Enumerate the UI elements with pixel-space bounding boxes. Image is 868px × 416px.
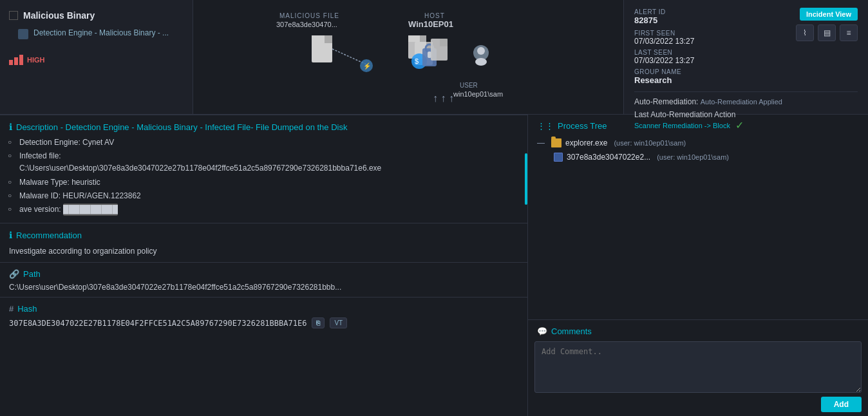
alert-action-icons: ⌇ ▤ ≡ [796,24,858,41]
path-header: 🔗 Path [0,262,527,280]
comments-icon: 💬 [537,326,547,336]
first-seen-row: FIRST SEEN 07/03/2022 13:27 [634,29,694,46]
severity-label: HIGH [27,56,45,64]
hash-title: Hash [17,304,37,314]
doc-corner [325,35,332,43]
sidebar-checkbox[interactable] [9,11,18,20]
bar1 [9,60,13,65]
sidebar-title: Malicious Binary [0,6,193,24]
hash-header: # Hash [0,297,527,315]
left-content: ℹ Description - Detection Engine - Malic… [0,115,528,416]
severity-bars [9,55,23,65]
explorer-process-user: (user: win10ep01\sam) [614,139,686,147]
svg-text:⚡: ⚡ [363,62,372,70]
group-name-value: Research [634,75,672,85]
svg-point-16 [475,58,487,66]
cluster-group: $ [408,35,448,69]
hash-text: 307E8A3DE3047022E27B1178E04F2FFCE51A2C5A… [9,319,307,328]
incident-view-button[interactable]: Incident View [800,8,858,21]
malicious-process-user: (user: win10ep01\sam) [657,153,729,161]
sidebar-item-detection-engine[interactable]: Detection Engine - Malicious Binary - ..… [0,24,193,43]
scroll-indicator [525,153,527,205]
recommendation-text: Investigate according to organization po… [0,244,527,262]
path-section-icon: 🔗 [9,269,19,279]
first-seen-value: 07/03/2022 13:27 [634,37,694,46]
malicious-process-name: 307e8a3de3047022e2... [567,153,650,162]
host-label-text: HOST [424,12,445,19]
desc-item-1: Infected file: C:\Users\user\Desktop\307… [19,149,518,175]
desc-item-2: Malware Type: heuristic [19,176,518,189]
attack-viz-svg: MALICIOUS FILE 307e8a3de30470... HOST Wi… [241,6,576,108]
last-seen-value: 07/03/2022 13:27 [634,56,694,65]
table-view-button[interactable]: ▤ [818,24,836,41]
bar3 [19,55,23,65]
chart-icon: ⌇ [803,28,807,37]
table-icon: ▤ [824,28,831,37]
copy-icon[interactable]: ⎘ [312,317,325,328]
usb-icon: ⚡ [360,59,373,72]
sidebar: Malicious Binary Detection Engine - Mali… [0,0,193,114]
desc-item-3: Malware ID: HEUR/AGEN.1223862 [19,189,518,203]
svg-rect-3 [420,35,426,42]
top-area: Malicious Binary Detection Engine - Mali… [0,0,868,115]
process-tree-section: ⋮⋮ Process Tree — explorer.exe (user: wi… [528,115,868,320]
svg-point-15 [477,47,485,55]
path-value: C:\Users\user\Desktop\307e8a3de3047022e2… [0,280,527,297]
user-icon [473,45,489,66]
list-view-button[interactable]: ≡ [840,24,858,41]
description-list: Detection Engine: Cynet AV Infected file… [0,136,527,223]
desc-item-4: ave version: ██████████ [19,203,518,216]
alert-id-label: ALERT ID 82875 [634,8,694,25]
viz-svg-container: MALICIOUS FILE 307e8a3de30470... HOST Wi… [241,6,576,108]
remediation-title: Auto-Remediation: Auto-Remediation Appli… [634,97,858,106]
alert-panel: ALERT ID 82875 FIRST SEEN 07/03/2022 13:… [623,0,868,114]
alert-actions-container: Incident View ⌇ ▤ ≡ [796,8,858,41]
path-title: Path [23,269,41,279]
svg-rect-13 [440,39,448,46]
malicious-file-label-text: MALICIOUS FILE [279,12,339,19]
add-comment-button[interactable]: Add [821,397,862,412]
recommendation-section-icon: ℹ [9,230,12,240]
remediation-applied: Auto-Remediation Applied [701,98,782,106]
user-label-text: USER [460,82,478,89]
explorer-process-name: explorer.exe [565,138,607,147]
vt-button[interactable]: VT [330,317,347,328]
desc-item-0: Detection Engine: Cynet AV [19,136,518,149]
center-visualization: MALICIOUS FILE 307e8a3de30470... HOST Wi… [193,0,623,114]
recommendation-title: Recommendation [16,231,82,240]
comments-title: Comments [551,326,592,336]
comments-header: 💬 Comments [528,326,868,341]
description-header: ℹ Description - Detection Engine - Malic… [0,115,527,136]
alert-id-value: 82875 [634,15,657,25]
tree-row-1: 307e8a3de3047022e2... (user: win10ep01\s… [528,150,868,164]
process-tree-header: ⋮⋮ Process Tree [528,121,868,136]
explorer-folder-icon [551,138,561,147]
list-icon: ≡ [846,28,851,37]
detection-engine-icon [18,29,28,39]
comments-section: 💬 Comments Add [528,320,868,416]
doc-corner2 [312,35,325,43]
right-panel: ⋮⋮ Process Tree — explorer.exe (user: wi… [528,115,868,416]
bottom-area: ℹ Description - Detection Engine - Malic… [0,115,868,416]
hash-section-icon: # [9,304,14,314]
comment-add-row: Add [528,393,868,416]
bar2 [14,57,18,65]
malicious-file-id-text: 307e8a3de30470... [276,21,337,28]
severity-badge: HIGH [0,46,193,69]
description-title: Description - Detection Engine - Malicio… [16,122,347,132]
process-tree-title: Process Tree [558,121,607,131]
recommendation-header: ℹ Recommendation [0,223,527,244]
group-name-row: GROUP NAME Research [634,68,694,85]
tree-row-0: — explorer.exe (user: win10ep01\sam) [528,136,868,150]
process-tree-icon: ⋮⋮ [537,121,554,131]
chart-view-button[interactable]: ⌇ [796,24,814,41]
arrow-indicators: ↑ ↑ ↑ [433,93,454,104]
alert-meta: ALERT ID 82875 FIRST SEEN 07/03/2022 13:… [634,8,694,85]
last-seen-row: LAST SEEN 07/03/2022 13:27 [634,48,694,65]
svg-rect-4 [408,35,420,42]
malicious-process-icon [554,153,563,162]
alert-top: ALERT ID 82875 FIRST SEEN 07/03/2022 13:… [634,8,858,85]
comment-input[interactable] [534,341,862,393]
host-name-text: Win10EP01 [408,19,453,29]
hash-value-row: 307E8A3DE3047022E27B1178E04F2FFCE51A2C5A… [0,315,527,334]
